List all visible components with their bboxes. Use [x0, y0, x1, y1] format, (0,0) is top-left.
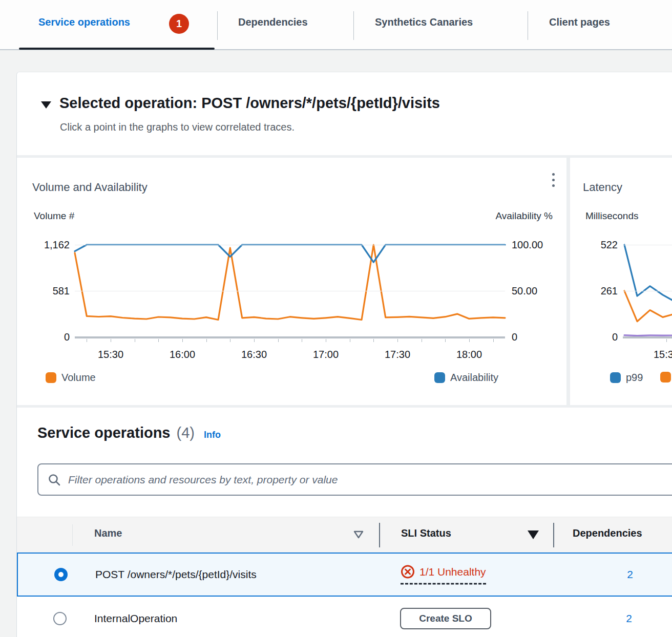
- legend-availability[interactable]: Availability: [434, 372, 498, 384]
- left-axis-label: Volume #: [34, 210, 74, 222]
- chart-title: Volume and Availability: [32, 181, 148, 194]
- dependencies-link[interactable]: 2: [612, 568, 648, 581]
- selected-operation-title: Selected operation: POST /owners/*/pets/…: [59, 95, 440, 112]
- active-tab-underline: [19, 48, 215, 50]
- chart-title: Latency: [583, 181, 622, 194]
- volume-swatch-icon: [46, 372, 56, 383]
- x-axis-line: [623, 336, 672, 338]
- p99-swatch-icon: [610, 372, 621, 383]
- right-axis-label: Availability %: [495, 210, 553, 222]
- charts-row: Volume and Availability Volume # Availab…: [17, 155, 672, 408]
- radio-unselected[interactable]: [53, 612, 67, 625]
- selected-operation-panel: Selected operation: POST /owners/*/pets/…: [16, 72, 672, 637]
- x-tick-label: 15:30: [654, 349, 672, 360]
- application-signals-page: Service operations 1 Dependencies Synthe…: [0, 0, 672, 637]
- sort-icon-name[interactable]: [353, 530, 364, 539]
- collapse-triangle-icon[interactable]: [41, 101, 51, 109]
- latency-axis-label: Milliseconds: [585, 210, 638, 222]
- filter-box: [37, 463, 672, 496]
- legend-volume[interactable]: Volume: [46, 372, 96, 384]
- latency-plot[interactable]: 15:30: [623, 245, 672, 337]
- tab-separator: [353, 11, 354, 40]
- tab-synthetics-canaries[interactable]: Synthetics Canaries: [375, 16, 473, 28]
- volume-y-ticks: 1,1625810: [21, 245, 70, 337]
- selected-operation-subtitle: Click a point in the graphs to view corr…: [60, 121, 295, 133]
- status-negative-icon: [401, 565, 415, 579]
- dependencies-link[interactable]: 2: [611, 612, 647, 625]
- radio-selected[interactable]: [54, 568, 68, 581]
- operation-name: POST /owners/*/pets/{petId}/visits: [95, 568, 257, 581]
- info-link[interactable]: Info: [204, 430, 221, 440]
- table-title: Service operations: [37, 424, 171, 441]
- latency-y-ticks: 5222610: [570, 245, 618, 337]
- legend-p99[interactable]: p99: [610, 372, 643, 384]
- kebab-menu-icon[interactable]: [548, 170, 560, 188]
- p90-swatch-icon: [660, 372, 671, 383]
- tab-service-operations[interactable]: Service operations: [38, 16, 130, 28]
- legend-p90[interactable]: [660, 372, 671, 383]
- column-header-sli-status[interactable]: SLI Status: [401, 527, 451, 539]
- tab-dependencies[interactable]: Dependencies: [238, 16, 308, 28]
- table-row-post-visits[interactable]: POST /owners/*/pets/{petId}/visits 1/1 U…: [17, 553, 672, 597]
- tab-client-pages[interactable]: Client pages: [549, 16, 610, 28]
- availability-y-ticks: 100.0050.000: [512, 245, 563, 337]
- filter-input[interactable]: [68, 474, 672, 486]
- sli-status-unhealthy[interactable]: 1/1 Unhealthy: [401, 565, 486, 585]
- table-heading: Service operations (4) Info: [37, 424, 221, 441]
- availability-swatch-icon: [434, 372, 445, 383]
- volume-availability-plot[interactable]: 15:3016:0016:3017:0017:3018:00: [75, 245, 505, 337]
- column-header-name[interactable]: Name: [94, 527, 122, 539]
- search-icon: [48, 473, 61, 486]
- unhealthy-count-badge: 1: [169, 14, 189, 34]
- tab-separator: [528, 11, 528, 40]
- volume-availability-card: Volume and Availability Volume # Availab…: [17, 158, 566, 405]
- table-row-internal-operation[interactable]: InternalOperation Create SLO 2: [17, 597, 672, 637]
- create-slo-button[interactable]: Create SLO: [400, 608, 491, 629]
- operation-name: InternalOperation: [94, 612, 177, 625]
- tab-separator: [217, 11, 218, 40]
- column-header-dependencies[interactable]: Dependencies: [573, 527, 642, 539]
- x-axis-line: [75, 336, 505, 338]
- table-header: Name SLI Status Dependencies: [17, 517, 672, 553]
- sort-descending-icon[interactable]: [527, 530, 539, 540]
- latency-card: Latency Milliseconds 5222610 15:30 p99: [570, 158, 672, 405]
- table-count: (4): [177, 424, 195, 441]
- tab-bar: Service operations 1 Dependencies Synthe…: [0, 0, 672, 50]
